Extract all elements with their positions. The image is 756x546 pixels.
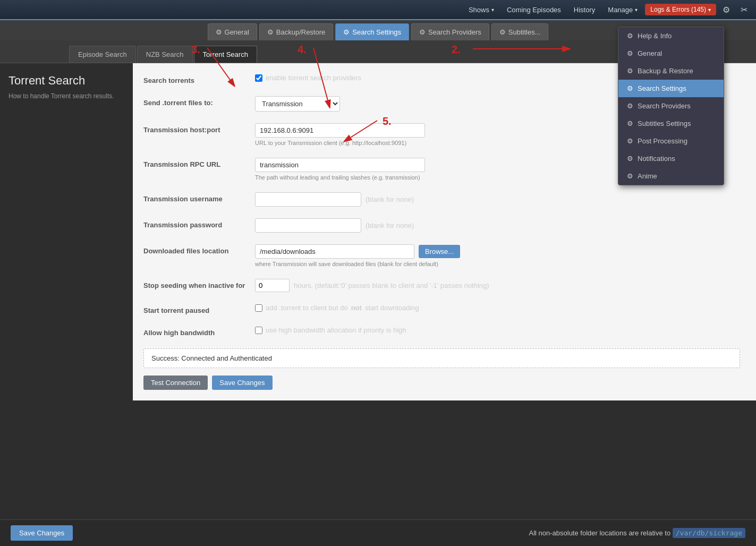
password-control: (blank for none)	[255, 218, 740, 233]
tab-subtitles[interactable]: ⚙ Subtitles...	[491, 23, 549, 40]
username-label: Transmission username	[143, 192, 255, 203]
top-navigation: Shows Coming Episodes History Manage Log…	[0, 0, 756, 20]
username-hint: (blank for none)	[366, 195, 414, 203]
gear-icon: ⚙	[627, 102, 633, 110]
stop-seeding-input[interactable]	[255, 279, 290, 292]
start-paused-text: add .torrent to client but do	[266, 304, 348, 312]
tab-general[interactable]: ⚙ General	[208, 23, 257, 40]
high-bandwidth-control: use high bandwidth allocation if priorit…	[255, 326, 740, 334]
gear-icon: ⚙	[627, 137, 633, 145]
menu-subtitles-settings[interactable]: ⚙ Subtitles Settings	[618, 115, 724, 132]
gear-icon: ⚙	[627, 172, 633, 180]
menu-search-providers[interactable]: ⚙ Search Providers	[618, 97, 724, 115]
save-changes-button-panel[interactable]: Save Changes	[212, 376, 272, 390]
section-description: How to handle Torrent search results.	[9, 92, 124, 101]
menu-anime[interactable]: ⚙ Anime	[618, 167, 724, 185]
start-paused-control: add .torrent to client but do not start …	[255, 304, 740, 312]
send-to-label: Send .torrent files to:	[143, 96, 255, 107]
tab-search-settings[interactable]: ⚙ Search Settings	[335, 23, 409, 40]
rpc-url-input[interactable]	[255, 158, 425, 172]
path-info: All non-absolute folder locations are re…	[529, 529, 745, 537]
download-location-control: Browse... where Transmission will save d…	[255, 244, 740, 267]
nav-coming-episodes[interactable]: Coming Episodes	[502, 3, 566, 17]
menu-notifications[interactable]: ⚙ Notifications	[618, 150, 724, 167]
menu-help-info[interactable]: ⚙ Help & Info	[618, 27, 724, 45]
rpc-url-label: Transmission RPC URL	[143, 158, 255, 168]
download-location-hint: where Transmission will save downloaded …	[255, 261, 740, 267]
stop-seeding-hint: hours. (default:'0' passes blank to clie…	[294, 281, 489, 289]
action-buttons: Test Connection Save Changes	[143, 376, 740, 390]
tab-episode-search[interactable]: Episode Search	[69, 46, 136, 63]
nav-history[interactable]: History	[568, 3, 600, 17]
high-bandwidth-text: use high bandwidth allocation if priorit…	[266, 326, 406, 334]
menu-general[interactable]: ⚙ General	[618, 45, 724, 62]
gear-icon: ⚙	[627, 155, 633, 163]
send-to-select[interactable]: Transmission Deluge uTorrent qBittorrent…	[255, 96, 340, 112]
save-changes-bottom-button[interactable]: Save Changes	[11, 525, 73, 541]
form-row-download-location: Downloaded files location Browse... wher…	[143, 244, 740, 267]
menu-backup-restore[interactable]: ⚙ Backup & Restore	[618, 62, 724, 80]
start-paused-checkbox[interactable]	[255, 304, 262, 312]
password-input[interactable]	[255, 218, 361, 233]
start-paused-label: Start torrent paused	[143, 304, 255, 314]
password-label: Transmission password	[143, 218, 255, 229]
tab-search-providers[interactable]: ⚙ Search Providers	[411, 23, 489, 40]
password-hint: (blank for none)	[366, 221, 414, 229]
settings-icon[interactable]: ⚙	[718, 3, 734, 17]
menu-post-processing[interactable]: ⚙ Post Processing	[618, 132, 724, 150]
path-text: All non-absolute folder locations are re…	[529, 529, 670, 537]
host-port-label: Transmission host:port	[143, 123, 255, 134]
start-paused-not: not	[351, 304, 362, 312]
section-title: Torrent Search	[9, 74, 124, 88]
gear-icon: ⚙	[267, 28, 274, 36]
high-bandwidth-label: Allow high bandwidth	[143, 326, 255, 337]
username-input[interactable]	[255, 192, 361, 207]
stop-seeding-control: hours. (default:'0' passes blank to clie…	[255, 279, 740, 292]
gear-icon: ⚙	[627, 67, 633, 75]
nav-shows[interactable]: Shows	[463, 3, 499, 17]
gear-icon: ⚙	[419, 28, 426, 36]
start-paused-text2: start downloading	[365, 304, 419, 312]
gear-icon: ⚙	[627, 84, 633, 92]
host-port-input[interactable]	[255, 123, 425, 138]
path-value: /var/db/sickrage	[673, 528, 745, 538]
gear-icon: ⚙	[627, 32, 633, 40]
nav-logs-errors[interactable]: Logs & Errors (145)	[645, 4, 716, 15]
gear-icon: ⚙	[627, 49, 633, 57]
tab-backup-restore[interactable]: ⚙ Backup/Restore	[259, 23, 334, 40]
search-torrents-label: Search torrents	[143, 74, 255, 84]
form-row-start-paused: Start torrent paused add .torrent to cli…	[143, 304, 740, 314]
form-row-stop-seeding: Stop seeding when inactive for hours. (d…	[143, 279, 740, 292]
form-row-username: Transmission username (blank for none)	[143, 192, 740, 207]
gear-icon: ⚙	[343, 28, 350, 36]
bottom-bar: Save Changes All non-absolute folder loc…	[0, 519, 756, 546]
form-sidebar: Torrent Search How to handle Torrent sea…	[0, 63, 133, 400]
tools-icon[interactable]: ✂	[736, 3, 752, 17]
search-torrents-text: enable torrent search providers	[266, 74, 361, 82]
nav-manage[interactable]: Manage	[602, 3, 643, 17]
download-location-input[interactable]	[255, 244, 414, 259]
stop-seeding-label: Stop seeding when inactive for	[143, 279, 255, 289]
status-box: Success: Connected and Authenticated	[143, 348, 740, 368]
username-control: (blank for none)	[255, 192, 740, 207]
form-row-high-bandwidth: Allow high bandwidth use high bandwidth …	[143, 326, 740, 337]
settings-dropdown-menu: ⚙ Help & Info ⚙ General ⚙ Backup & Resto…	[618, 27, 724, 185]
browse-button[interactable]: Browse...	[419, 245, 460, 258]
test-connection-button[interactable]: Test Connection	[143, 376, 208, 390]
gear-icon: ⚙	[216, 28, 222, 36]
menu-search-settings[interactable]: ⚙ Search Settings	[618, 80, 724, 97]
gear-icon: ⚙	[499, 28, 506, 36]
high-bandwidth-checkbox[interactable]	[255, 327, 262, 334]
download-location-label: Downloaded files location	[143, 244, 255, 255]
gear-icon: ⚙	[627, 120, 633, 127]
form-row-password: Transmission password (blank for none)	[143, 218, 740, 233]
tab-nzb-search[interactable]: NZB Search	[137, 46, 193, 63]
tab-torrent-search[interactable]: Torrent Search	[194, 46, 257, 63]
search-torrents-checkbox[interactable]	[255, 74, 262, 82]
